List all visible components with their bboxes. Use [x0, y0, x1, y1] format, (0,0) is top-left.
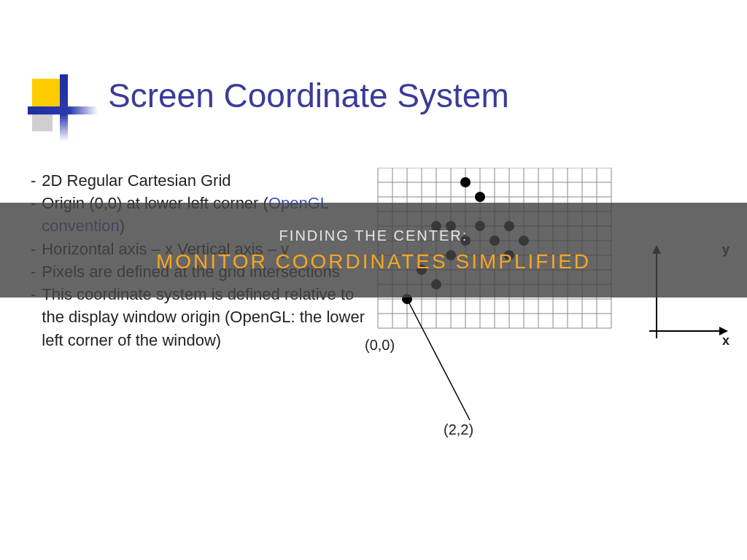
logo-square-yellow — [32, 79, 60, 106]
svg-line-43 — [407, 299, 470, 420]
bullet-dash: - — [31, 169, 36, 192]
bullet-item: - 2D Regular Cartesian Grid — [31, 169, 366, 192]
bullet-text: 2D Regular Cartesian Grid — [42, 169, 366, 192]
svg-point-29 — [460, 177, 471, 187]
svg-point-30 — [475, 192, 485, 202]
slide-logo — [32, 79, 98, 144]
logo-bar-horizontal — [28, 106, 98, 114]
logo-square-grey — [32, 114, 53, 131]
overlay-banner: FINDING THE CENTER: MONITOR COORDINATES … — [0, 203, 747, 298]
overlay-subtitle: FINDING THE CENTER: — [279, 228, 468, 244]
coord-label-origin: (0,0) — [365, 337, 395, 354]
overlay-title: MONITOR COORDINATES SIMPLIFIED — [156, 250, 591, 273]
axis-x-label: x — [722, 333, 729, 349]
slide-title: Screen Coordinate System — [108, 76, 509, 115]
coord-label-point: (2,2) — [444, 421, 473, 438]
